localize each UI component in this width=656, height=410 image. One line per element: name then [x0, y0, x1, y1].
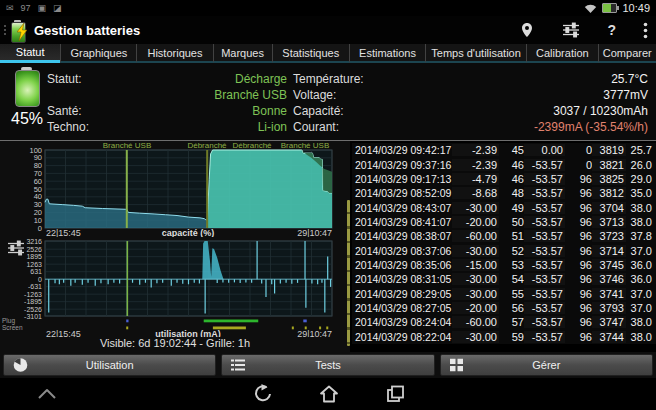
drawer-handle-icon[interactable]: [4, 25, 6, 35]
usage-chart[interactable]: 32162526189512636310-631-1263-1895-2526-…: [0, 237, 350, 337]
gerer-button[interactable]: Gérer: [440, 354, 653, 376]
table-cell: 38.0: [626, 331, 656, 343]
table-row[interactable]: 2014/03/29 09:37:16-2.3946-53.570382126.…: [352, 157, 656, 171]
chart-settings-icon[interactable]: [7, 240, 25, 260]
table-row[interactable]: 2014/03/29 09:17:13-4.7946-53.5796382529…: [352, 172, 656, 186]
tab-marques[interactable]: Marques: [213, 44, 272, 63]
status-row: Statut: Décharge Température: 25.7°C: [0, 72, 656, 88]
table-cell: 2014/03/29 08:31:05: [352, 273, 452, 285]
status-value: 25.7°C: [611, 72, 648, 86]
table-cell: 55: [499, 288, 524, 300]
charts-panel[interactable]: 1009080706050403020100Branché USBDébranc…: [0, 141, 350, 353]
table-row[interactable]: 2014/03/29 08:29:05-30.0055-53.579637413…: [352, 286, 656, 300]
tab-statistiques[interactable]: Statistiques: [272, 44, 349, 63]
table-cell: 2014/03/29 08:35:06: [352, 259, 452, 271]
svg-text:1895: 1895: [26, 253, 42, 260]
table-row[interactable]: 2014/03/29 08:52:09-8.6848-53.5796381235…: [352, 186, 656, 200]
table-cell: 51: [499, 230, 524, 242]
table-cell: -30.00: [452, 245, 499, 257]
table-row[interactable]: 2014/03/29 08:43:07-30.0049-53.579637043…: [352, 200, 656, 214]
table-row[interactable]: 2014/03/29 08:24:04-60.0057-53.579637473…: [352, 315, 656, 329]
capacity-chart[interactable]: 1009080706050403020100Branché USBDébranc…: [0, 141, 350, 237]
table-cell: 3746: [592, 273, 626, 285]
svg-text:utilisation (mA): utilisation (mA): [155, 329, 221, 337]
table-cell: 2014/03/29 08:22:04: [352, 331, 452, 343]
table-row[interactable]: 2014/03/29 08:38:07-60.0051-53.579637233…: [352, 229, 656, 243]
notification-icons: ✉ 97 ▣ ◪: [6, 3, 62, 13]
tune-icon[interactable]: [562, 22, 580, 38]
table-cell: 3723: [592, 230, 626, 242]
table-row[interactable]: 2014/03/29 08:27:05-20.0056-53.579637933…: [352, 301, 656, 315]
status-row: Santé: Bonne Capacité: 3037 / 10230mAh: [0, 104, 656, 120]
table-cell: -53.57: [524, 273, 565, 285]
table-cell: 45: [499, 144, 524, 156]
tab-temps-d-utilisation[interactable]: Temps d'utilisation: [425, 44, 526, 63]
tests-button[interactable]: Tests: [221, 354, 434, 376]
svg-text:22|15:45: 22|15:45: [46, 228, 81, 237]
table-cell: 96: [565, 331, 592, 343]
table-cell: -4.79: [452, 173, 499, 185]
status-value: Li-ion: [120, 120, 287, 134]
location-pin-icon[interactable]: [519, 22, 535, 38]
overflow-menu-icon[interactable]: [643, 22, 648, 39]
battery-status-icon: [602, 3, 617, 13]
table-cell: 2014/03/29 08:43:07: [352, 202, 452, 214]
status-value: Décharge: [120, 72, 287, 86]
home-icon[interactable]: [318, 383, 340, 405]
svg-text:2526: 2526: [26, 246, 42, 253]
table-cell: 2014/03/29 08:37:06: [352, 245, 452, 257]
table-cell: 2014/03/29 08:52:09: [352, 187, 452, 199]
table-row[interactable]: 2014/03/29 08:37:06-30.0052-53.579637143…: [352, 243, 656, 257]
recent-apps-icon[interactable]: [384, 383, 406, 405]
wifi-icon: [584, 3, 597, 14]
tab-estimations[interactable]: Estimations: [349, 44, 425, 63]
hide-bar-chevron-icon[interactable]: [36, 383, 58, 405]
table-cell: 38.0: [626, 216, 656, 228]
status-label: Santé:: [47, 104, 82, 118]
svg-text:-3101: -3101: [24, 313, 42, 320]
table-cell: -2.39: [452, 159, 499, 171]
help-icon[interactable]: ?: [607, 22, 616, 38]
table-cell: 37.8: [626, 230, 656, 242]
table-cell: 46: [499, 159, 524, 171]
table-row[interactable]: 2014/03/29 08:41:07-20.0050-53.579637133…: [352, 215, 656, 229]
table-cell: 96: [565, 230, 592, 242]
table-row[interactable]: 2014/03/29 08:31:05-30.0054-53.579637463…: [352, 272, 656, 286]
table-cell: 38.0: [626, 202, 656, 214]
app-bar: Gestion batteries ?: [0, 16, 656, 44]
utilisation-button[interactable]: Utilisation: [3, 354, 216, 376]
table-scrollbar[interactable]: [347, 200, 350, 346]
table-cell: 46: [499, 173, 524, 185]
tab-graphiques[interactable]: Graphiques: [60, 44, 136, 63]
svg-text:capacité (%): capacité (%): [162, 228, 215, 237]
tab-comparer[interactable]: Comparer: [598, 44, 656, 63]
table-cell: 26.0: [626, 159, 656, 171]
table-cell: 37.0: [626, 302, 656, 314]
back-icon[interactable]: [252, 383, 274, 405]
table-cell: -53.57: [524, 316, 565, 328]
button-label: Gérer: [532, 359, 560, 371]
visible-range-label: Visible: 6d 19:02:44 - Grille: 1h: [0, 337, 350, 349]
table-cell: 52: [499, 245, 524, 257]
mail-icon: ✉: [6, 3, 14, 13]
table-cell: -53.57: [524, 173, 565, 185]
table-row[interactable]: 2014/03/29 08:22:04-30.0059-53.579637443…: [352, 329, 656, 343]
table-cell: 96: [565, 273, 592, 285]
table-row[interactable]: 2014/03/29 08:35:06-15.0053-53.579637453…: [352, 258, 656, 272]
table-cell: 37.0: [626, 245, 656, 257]
status-value: Bonne: [120, 104, 287, 118]
svg-text:29|10:47: 29|10:47: [297, 228, 332, 237]
status-label: Capacité:: [293, 104, 344, 118]
table-cell: 2014/03/29 08:41:07: [352, 216, 452, 228]
tab-calibration[interactable]: Calibration: [526, 44, 598, 63]
table-cell: 59: [499, 331, 524, 343]
table-cell: -53.57: [524, 245, 565, 257]
table-cell: -20.00: [452, 302, 499, 314]
tab-statut[interactable]: Statut: [0, 44, 60, 63]
tab-historiques[interactable]: Historiques: [136, 44, 212, 63]
table-cell: 3714: [592, 245, 626, 257]
table-row[interactable]: 2014/03/29 09:42:17-2.39450.000381925.7: [352, 143, 656, 157]
table-cell: 2014/03/29 09:37:16: [352, 159, 452, 171]
screen: ✉ 97 ▣ ◪ 10:49 Gestion batteries: [0, 0, 656, 410]
tab-bar: StatutGraphiquesHistoriquesMarquesStatis…: [0, 44, 656, 63]
